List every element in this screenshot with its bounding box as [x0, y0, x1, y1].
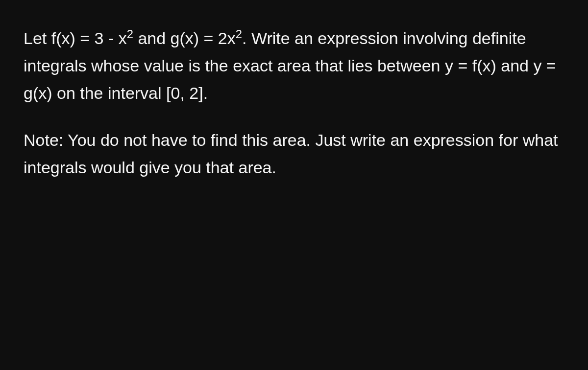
problem-note: Note: You do not have to find this area.…: [24, 126, 564, 181]
text-segment: and g(x) = 2x: [133, 29, 236, 47]
superscript: 2: [127, 27, 133, 41]
text-segment: Let f(x) = 3 - x: [24, 29, 127, 47]
problem-statement: Let f(x) = 3 - x2 and g(x) = 2x2. Write …: [24, 24, 564, 107]
problem-text: Let f(x) = 3 - x2 and g(x) = 2x2. Write …: [24, 24, 564, 181]
superscript: 2: [236, 27, 242, 41]
